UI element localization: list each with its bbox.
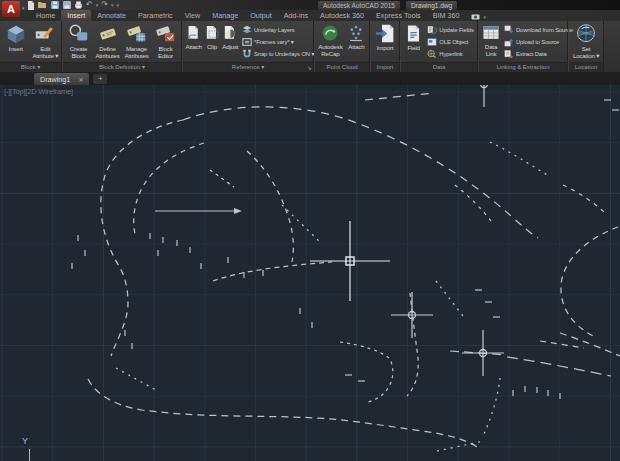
- underlay-layers-button[interactable]: Underlay Layers: [242, 24, 312, 36]
- download-arrow-icon: [504, 25, 514, 35]
- title-bar: ↶▾ ↷▾ ▾ Autodesk AutoCAD 2015 Drawing1.d…: [0, 0, 620, 10]
- panel-import: Import Import: [370, 21, 400, 72]
- contour-line: [340, 342, 393, 403]
- block-editor-button[interactable]: Block Editor: [151, 22, 180, 62]
- download-from-source-button[interactable]: Download from Source: [504, 24, 566, 36]
- tab-insert[interactable]: Insert: [61, 10, 91, 21]
- upload-to-source-button[interactable]: Upload to Source: [504, 36, 566, 48]
- ole-object-icon: [427, 37, 437, 47]
- frame-icon: [242, 37, 252, 47]
- close-tab-icon[interactable]: ✕: [78, 76, 83, 83]
- screencast-tool[interactable]: ▾: [471, 13, 486, 21]
- attach-button[interactable]: Attach: [184, 22, 203, 62]
- update-fields-icon: [427, 25, 437, 35]
- data-link-icon: [481, 23, 501, 43]
- undo-dropdown-icon[interactable]: ▾: [96, 3, 99, 8]
- autocad-logo[interactable]: A: [2, 1, 20, 17]
- adjust-icon: [222, 23, 239, 43]
- tab-express-tools[interactable]: Express Tools: [370, 10, 427, 21]
- save-as-icon[interactable]: [62, 1, 71, 10]
- autodesk-recap-button[interactable]: Autodesk ReCap: [316, 22, 345, 62]
- panel-title-point-cloud[interactable]: Point Cloud: [315, 62, 369, 72]
- manage-attributes-icon: [126, 23, 148, 45]
- tab-annotate[interactable]: Annotate: [91, 10, 132, 21]
- attach-point-cloud-button[interactable]: Attach: [345, 22, 368, 62]
- ucs-y-axis-label: Y: [22, 436, 28, 446]
- extract-data-button[interactable]: Extract Data: [504, 48, 566, 60]
- camera-icon: [471, 13, 481, 21]
- panel-title-block-definition[interactable]: Block Definition ▾: [63, 62, 181, 72]
- tab-view[interactable]: View: [179, 10, 206, 21]
- import-icon: [375, 23, 396, 44]
- save-icon[interactable]: [50, 1, 59, 10]
- open-folder-icon[interactable]: [38, 1, 47, 10]
- data-link-button[interactable]: Data Link: [480, 22, 502, 62]
- contour-line: [484, 378, 500, 434]
- contour-line: [455, 185, 491, 221]
- dialog-launcher-icon[interactable]: ⇘: [307, 64, 312, 73]
- define-attributes-icon: [97, 23, 119, 45]
- ribbon-tab-bar: HomeInsertAnnotateParametricViewManageOu…: [0, 10, 620, 21]
- point-cloud-attach-icon: [346, 23, 366, 43]
- ole-object-button[interactable]: OLE Object: [427, 36, 476, 48]
- panel-location: Set Location ▾ Location: [568, 21, 604, 72]
- redo-icon[interactable]: ↷: [101, 1, 108, 9]
- new-file-icon[interactable]: [26, 1, 35, 10]
- edit-attribute-button[interactable]: Edit Attribute ▾: [31, 22, 61, 62]
- edit-attribute-icon: [34, 23, 56, 45]
- file-tab-drawing1[interactable]: Drawing1 ✕: [34, 73, 89, 85]
- new-tab-button[interactable]: +: [93, 74, 107, 84]
- tab-add-ins[interactable]: Add-ins: [278, 10, 314, 21]
- redo-dropdown-icon[interactable]: ▾: [111, 3, 114, 8]
- undo-icon[interactable]: ↶: [86, 1, 93, 9]
- panel-title-import[interactable]: Import: [371, 62, 399, 72]
- frames-vary-dropdown[interactable]: *Frames vary* ▾: [242, 36, 312, 48]
- panel-block: Insert Edit Attribute ▾ Block ▾: [0, 21, 62, 72]
- panel-title-block[interactable]: Block ▾: [0, 62, 61, 72]
- contour-line: [561, 227, 618, 336]
- panel-title-reference[interactable]: Reference ▾⇘: [183, 62, 313, 72]
- qat-customize-icon[interactable]: ▾: [116, 3, 119, 8]
- field-button[interactable]: Field: [402, 22, 425, 62]
- define-attributes-button[interactable]: Define Attributes: [93, 22, 122, 62]
- ribbon-empty-space: [604, 21, 620, 72]
- clip-button[interactable]: Clip: [203, 22, 220, 62]
- camera-dropdown-icon[interactable]: ▾: [483, 14, 486, 20]
- tab-home[interactable]: Home: [30, 10, 61, 21]
- panel-title-data[interactable]: Data: [401, 62, 477, 72]
- tab-output[interactable]: Output: [244, 10, 278, 21]
- viewport-controls[interactable]: [-][Top][2D Wireframe]: [4, 87, 73, 96]
- tab-manage[interactable]: Manage: [206, 10, 244, 21]
- contour-line: [213, 262, 332, 281]
- drawing-canvas[interactable]: [-][Top][2D Wireframe] Y: [0, 85, 620, 461]
- ribbon: Insert Edit Attribute ▾ Block ▾ Create B…: [0, 21, 620, 72]
- contour-line: [540, 341, 584, 348]
- snap-to-underlays-dropdown[interactable]: Snap to Underlays ON ▾: [242, 48, 312, 60]
- plot-icon[interactable]: [74, 1, 83, 10]
- contour-line: [563, 185, 604, 212]
- panel-title-linking-extraction[interactable]: Linking & Extraction: [479, 62, 567, 72]
- contour-line: [282, 205, 320, 242]
- create-block-button[interactable]: Create Block: [64, 22, 93, 62]
- tab-bim-360[interactable]: BIM 360: [427, 10, 466, 21]
- manage-attributes-button[interactable]: Manage Attributes: [122, 22, 151, 62]
- adjust-button[interactable]: Adjust: [221, 22, 240, 62]
- autocad-window: ↶▾ ↷▾ ▾ Autodesk AutoCAD 2015 Drawing1.d…: [0, 0, 620, 461]
- logo-dropdown-icon[interactable]: ▾: [22, 5, 25, 11]
- attach-reference-icon: [185, 23, 202, 43]
- set-location-button[interactable]: Set Location ▾: [570, 22, 602, 62]
- hyperlink-button[interactable]: Hyperlink: [427, 48, 476, 60]
- insert-button[interactable]: Insert: [1, 22, 31, 62]
- tab-autodesk-360[interactable]: Autodesk 360: [314, 10, 370, 21]
- panel-reference: Attach Clip Adjust Underlay Layers: [182, 21, 314, 72]
- import-button[interactable]: Import: [372, 22, 398, 62]
- hyperlink-globe-icon: [427, 49, 437, 59]
- tab-parametric[interactable]: Parametric: [132, 10, 179, 21]
- create-block-icon: [68, 23, 90, 45]
- block-editor-icon: [155, 23, 177, 45]
- update-fields-button[interactable]: Update Fields: [427, 24, 476, 36]
- panel-title-location[interactable]: Location: [569, 62, 603, 72]
- contour-line: [101, 120, 183, 356]
- extract-data-icon: [504, 49, 514, 59]
- ucs-y-axis-line: [29, 449, 30, 461]
